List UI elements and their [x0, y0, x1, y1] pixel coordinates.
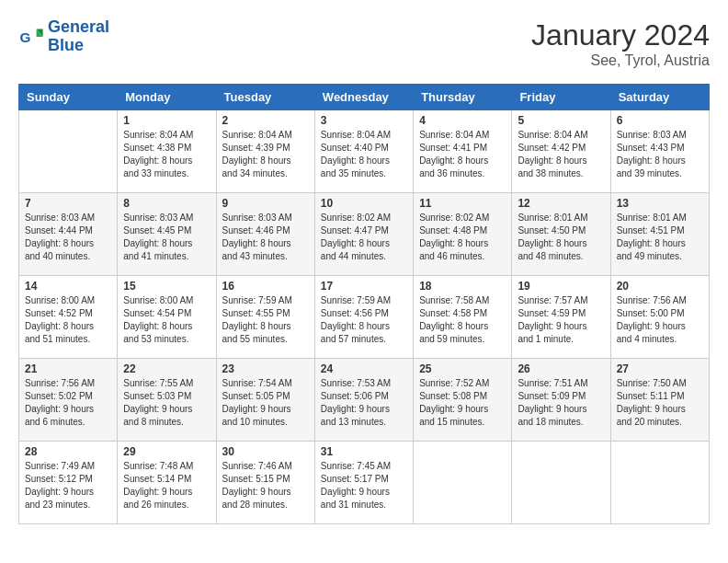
calendar-cell: 28Sunrise: 7:49 AMSunset: 5:12 PMDayligh… — [19, 442, 118, 524]
day-number: 7 — [25, 197, 111, 210]
calendar-cell: 17Sunrise: 7:59 AMSunset: 4:56 PMDayligh… — [314, 276, 413, 359]
calendar-cell: 23Sunrise: 7:54 AMSunset: 5:05 PMDayligh… — [216, 359, 314, 442]
calendar-cell: 19Sunrise: 7:57 AMSunset: 4:59 PMDayligh… — [512, 276, 610, 359]
calendar-cell: 25Sunrise: 7:52 AMSunset: 5:08 PMDayligh… — [414, 359, 512, 442]
day-info: Sunrise: 8:04 AMSunset: 4:40 PMDaylight:… — [321, 129, 407, 180]
day-info: Sunrise: 7:56 AMSunset: 5:02 PMDaylight:… — [25, 377, 111, 429]
day-number: 23 — [222, 362, 309, 375]
calendar-cell: 24Sunrise: 7:53 AMSunset: 5:06 PMDayligh… — [314, 359, 413, 442]
calendar-cell: 30Sunrise: 7:46 AMSunset: 5:15 PMDayligh… — [216, 442, 314, 524]
week-row-3: 14Sunrise: 8:00 AMSunset: 4:52 PMDayligh… — [19, 276, 710, 359]
day-info: Sunrise: 8:04 AMSunset: 4:39 PMDaylight:… — [222, 129, 309, 180]
day-info: Sunrise: 7:57 AMSunset: 4:59 PMDaylight:… — [518, 294, 604, 346]
svg-text:G: G — [19, 29, 30, 44]
day-info: Sunrise: 7:45 AMSunset: 5:17 PMDaylight:… — [321, 460, 407, 511]
calendar-cell: 20Sunrise: 7:56 AMSunset: 5:00 PMDayligh… — [610, 276, 709, 359]
calendar-cell: 12Sunrise: 8:01 AMSunset: 4:50 PMDayligh… — [512, 193, 610, 276]
col-header-thursday: Thursday — [414, 85, 512, 110]
col-header-saturday: Saturday — [610, 85, 709, 110]
calendar-cell: 5Sunrise: 8:04 AMSunset: 4:42 PMDaylight… — [512, 110, 610, 193]
calendar-cell — [19, 110, 118, 193]
calendar-cell: 4Sunrise: 8:04 AMSunset: 4:41 PMDaylight… — [414, 110, 512, 193]
calendar-cell: 21Sunrise: 7:56 AMSunset: 5:02 PMDayligh… — [19, 359, 118, 442]
day-number: 27 — [617, 362, 703, 375]
calendar-cell: 14Sunrise: 8:00 AMSunset: 4:52 PMDayligh… — [19, 276, 118, 359]
day-info: Sunrise: 8:01 AMSunset: 4:51 PMDaylight:… — [617, 212, 703, 263]
day-number: 14 — [25, 280, 111, 293]
day-info: Sunrise: 8:04 AMSunset: 4:42 PMDaylight:… — [518, 129, 604, 180]
day-number: 28 — [25, 445, 111, 458]
day-number: 1 — [123, 114, 210, 127]
day-number: 15 — [123, 280, 210, 293]
day-number: 30 — [222, 445, 309, 458]
day-number: 6 — [617, 114, 703, 127]
calendar-cell: 1Sunrise: 8:04 AMSunset: 4:38 PMDaylight… — [118, 110, 216, 193]
calendar-cell: 26Sunrise: 7:51 AMSunset: 5:09 PMDayligh… — [512, 359, 610, 442]
logo-icon: G — [18, 24, 44, 50]
day-number: 29 — [123, 445, 210, 458]
week-row-4: 21Sunrise: 7:56 AMSunset: 5:02 PMDayligh… — [19, 359, 710, 442]
calendar-subtitle: See, Tyrol, Austria — [531, 52, 710, 69]
day-number: 3 — [321, 114, 407, 127]
calendar-cell: 8Sunrise: 8:03 AMSunset: 4:45 PMDaylight… — [118, 193, 216, 276]
day-info: Sunrise: 8:01 AMSunset: 4:50 PMDaylight:… — [518, 212, 604, 263]
day-info: Sunrise: 7:53 AMSunset: 5:06 PMDaylight:… — [321, 377, 407, 429]
calendar-body: 1Sunrise: 8:04 AMSunset: 4:38 PMDaylight… — [19, 110, 710, 524]
logo: G General Blue — [18, 18, 109, 55]
calendar-cell: 7Sunrise: 8:03 AMSunset: 4:44 PMDaylight… — [19, 193, 118, 276]
day-info: Sunrise: 7:49 AMSunset: 5:12 PMDaylight:… — [25, 460, 111, 511]
day-info: Sunrise: 8:04 AMSunset: 4:38 PMDaylight:… — [123, 129, 210, 180]
day-info: Sunrise: 7:59 AMSunset: 4:56 PMDaylight:… — [321, 294, 407, 346]
calendar-title: January 2024 — [531, 18, 710, 52]
calendar-cell — [414, 442, 512, 524]
day-number: 16 — [222, 280, 309, 293]
header-row: SundayMondayTuesdayWednesdayThursdayFrid… — [19, 85, 710, 110]
calendar-table: SundayMondayTuesdayWednesdayThursdayFrid… — [18, 84, 710, 524]
day-number: 5 — [518, 114, 604, 127]
day-info: Sunrise: 8:02 AMSunset: 4:48 PMDaylight:… — [419, 212, 506, 263]
day-info: Sunrise: 8:03 AMSunset: 4:45 PMDaylight:… — [123, 212, 210, 263]
day-number: 4 — [419, 114, 506, 127]
day-number: 18 — [419, 280, 506, 293]
day-number: 9 — [222, 197, 309, 210]
calendar-cell: 27Sunrise: 7:50 AMSunset: 5:11 PMDayligh… — [610, 359, 709, 442]
day-info: Sunrise: 7:56 AMSunset: 5:00 PMDaylight:… — [617, 294, 703, 346]
calendar-cell — [512, 442, 610, 524]
day-number: 24 — [321, 362, 407, 375]
day-info: Sunrise: 7:52 AMSunset: 5:08 PMDaylight:… — [419, 377, 506, 429]
calendar-cell: 31Sunrise: 7:45 AMSunset: 5:17 PMDayligh… — [314, 442, 413, 524]
day-number: 13 — [617, 197, 703, 210]
day-number: 19 — [518, 280, 604, 293]
calendar-cell: 10Sunrise: 8:02 AMSunset: 4:47 PMDayligh… — [314, 193, 413, 276]
calendar-cell: 2Sunrise: 8:04 AMSunset: 4:39 PMDaylight… — [216, 110, 314, 193]
day-info: Sunrise: 8:00 AMSunset: 4:52 PMDaylight:… — [25, 294, 111, 346]
calendar-cell: 16Sunrise: 7:59 AMSunset: 4:55 PMDayligh… — [216, 276, 314, 359]
calendar-cell: 6Sunrise: 8:03 AMSunset: 4:43 PMDaylight… — [610, 110, 709, 193]
col-header-sunday: Sunday — [19, 85, 118, 110]
week-row-1: 1Sunrise: 8:04 AMSunset: 4:38 PMDaylight… — [19, 110, 710, 193]
day-info: Sunrise: 7:48 AMSunset: 5:14 PMDaylight:… — [123, 460, 210, 511]
day-number: 11 — [419, 197, 506, 210]
day-info: Sunrise: 8:03 AMSunset: 4:44 PMDaylight:… — [25, 212, 111, 263]
day-info: Sunrise: 7:51 AMSunset: 5:09 PMDaylight:… — [518, 377, 604, 429]
calendar-cell: 3Sunrise: 8:04 AMSunset: 4:40 PMDaylight… — [314, 110, 413, 193]
day-number: 20 — [617, 280, 703, 293]
week-row-5: 28Sunrise: 7:49 AMSunset: 5:12 PMDayligh… — [19, 442, 710, 524]
logo-text: General Blue — [48, 18, 109, 55]
day-number: 22 — [123, 362, 210, 375]
calendar-cell: 13Sunrise: 8:01 AMSunset: 4:51 PMDayligh… — [610, 193, 709, 276]
day-number: 26 — [518, 362, 604, 375]
day-info: Sunrise: 7:59 AMSunset: 4:55 PMDaylight:… — [222, 294, 309, 346]
day-info: Sunrise: 8:04 AMSunset: 4:41 PMDaylight:… — [419, 129, 506, 180]
calendar-cell: 22Sunrise: 7:55 AMSunset: 5:03 PMDayligh… — [118, 359, 216, 442]
day-info: Sunrise: 8:00 AMSunset: 4:54 PMDaylight:… — [123, 294, 210, 346]
calendar-cell — [610, 442, 709, 524]
day-info: Sunrise: 8:02 AMSunset: 4:47 PMDaylight:… — [321, 212, 407, 263]
calendar-cell: 9Sunrise: 8:03 AMSunset: 4:46 PMDaylight… — [216, 193, 314, 276]
calendar-cell: 11Sunrise: 8:02 AMSunset: 4:48 PMDayligh… — [414, 193, 512, 276]
day-number: 8 — [123, 197, 210, 210]
day-info: Sunrise: 7:46 AMSunset: 5:15 PMDaylight:… — [222, 460, 309, 511]
day-number: 17 — [321, 280, 407, 293]
calendar-cell: 29Sunrise: 7:48 AMSunset: 5:14 PMDayligh… — [118, 442, 216, 524]
page-header: G General Blue January 2024 See, Tyrol, … — [18, 18, 710, 69]
